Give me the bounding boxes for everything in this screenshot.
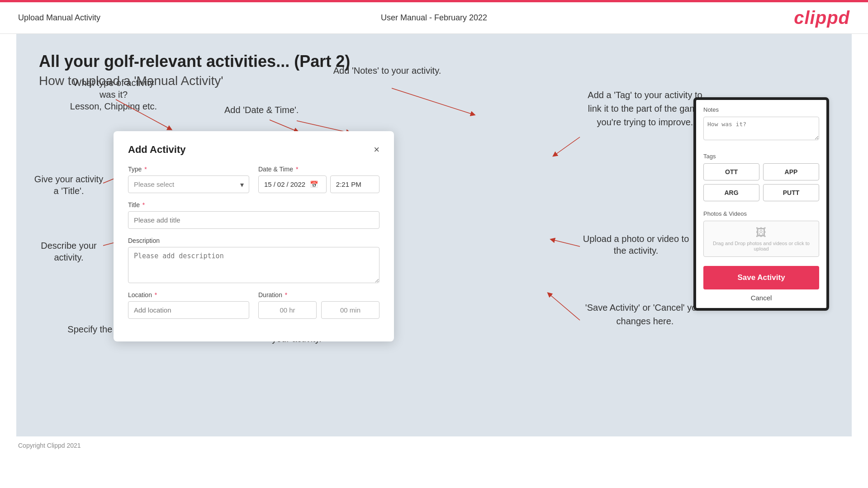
tags-grid: OTT APP ARG PUTT [703,163,819,201]
dialog-header: Add Activity × [128,144,379,156]
annotation-notes: Add 'Notes' to your activity. [333,65,441,76]
annotation-photo: Upload a photo or video to the activity. [582,233,690,256]
annotation-datetime: Add 'Date & Time'. [224,104,299,116]
type-group: Type * Please select [128,166,249,193]
footer: Copyright Clippd 2021 [0,436,868,455]
description-textarea[interactable] [128,247,379,283]
dialog-title: Add Activity [128,144,186,156]
type-select-wrapper[interactable]: Please select [128,175,249,193]
photos-label: Photos & Videos [703,210,819,217]
location-group: Location * [128,291,249,319]
location-input[interactable] [128,301,249,319]
location-label: Location * [128,291,249,298]
svg-line-1 [270,120,297,131]
annotation-save: 'Save Activity' or 'Cancel' your changes… [582,301,708,328]
tags-label: Tags [703,153,819,160]
notes-section: Notes [696,100,826,148]
tag-ott[interactable]: OTT [703,163,759,180]
copyright-text: Copyright Clippd 2021 [18,442,81,449]
manual-title: User Manual - February 2022 [381,13,487,23]
tag-arg[interactable]: ARG [703,184,759,201]
date-input[interactable]: 15 / 02 / 2022 📅 [258,175,327,193]
tag-app[interactable]: APP [763,163,819,180]
add-activity-dialog: Add Activity × Type * Please select Date… [114,131,394,341]
close-button[interactable]: × [374,145,379,155]
photo-icon: 🖼 [756,226,767,239]
duration-hr-input[interactable] [258,301,317,319]
location-duration-row: Location * Duration * [128,291,379,319]
datetime-label: Date & Time * [258,166,379,173]
svg-line-8 [555,137,580,155]
photos-section: Photos & Videos 🖼 Drag and Drop photos a… [696,206,826,261]
duration-min-input[interactable] [321,301,379,319]
svg-line-10 [549,294,580,320]
annotation-tag: Add a 'Tag' to your activity to link it … [582,88,708,129]
title-label: Title * [128,201,379,208]
photo-upload-box[interactable]: 🖼 Drag and Drop photos and videos or cli… [703,221,819,257]
time-input[interactable] [330,175,379,193]
duration-group: Duration * [258,291,379,319]
title-input[interactable] [128,211,379,229]
svg-line-7 [392,88,473,114]
duration-label: Duration * [258,291,379,298]
phone-screen: Notes Tags OTT APP ARG PUTT Photos & Vid… [693,97,829,311]
cancel-link[interactable]: Cancel [696,294,826,308]
datetime-group: Date & Time * 15 / 02 / 2022 📅 [258,166,379,193]
annotation-title: Give your activity a 'Title'. [33,173,105,197]
phone-panel: Notes Tags OTT APP ARG PUTT Photos & Vid… [693,97,829,311]
main-content: All your golf-relevant activities... (Pa… [16,34,852,436]
top-bar: Upload Manual Activity User Manual - Feb… [0,2,868,34]
page-title: Upload Manual Activity [18,13,100,23]
tags-section: Tags OTT APP ARG PUTT [696,148,826,206]
svg-line-9 [552,240,580,246]
logo: clippd [794,8,850,28]
notes-label: Notes [703,106,819,113]
title-group: Title * [128,201,379,229]
calendar-icon: 📅 [310,180,318,189]
tag-putt[interactable]: PUTT [763,184,819,201]
photo-upload-text: Drag and Drop photos and videos or click… [704,241,819,251]
annotation-description: Describe your activity. [33,240,105,263]
annotation-type: What type of activity was it? Lesson, Ch… [64,77,163,112]
type-datetime-row: Type * Please select Date & Time * 15 [128,166,379,193]
notes-textarea[interactable] [703,117,819,140]
description-label: Description [128,237,379,244]
type-select[interactable]: Please select [128,175,249,193]
type-label: Type * [128,166,249,173]
description-group: Description [128,237,379,283]
save-activity-button[interactable]: Save Activity [703,266,819,289]
